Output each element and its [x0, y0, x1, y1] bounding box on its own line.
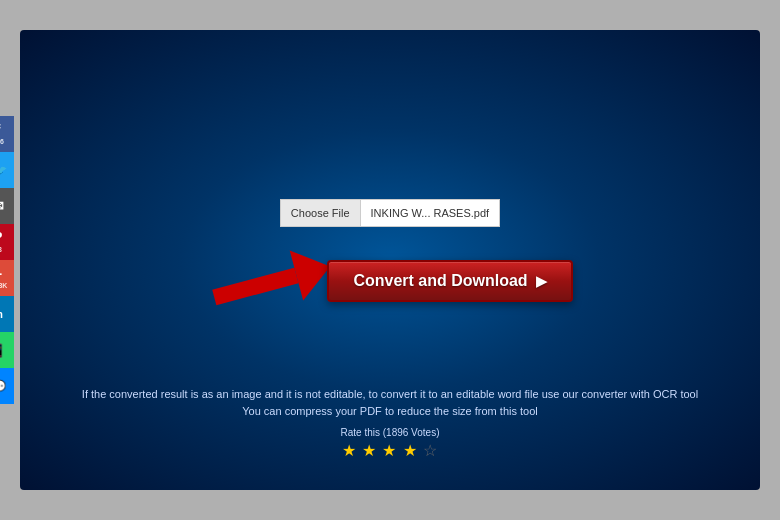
twitter-icon: 🐦 — [0, 163, 7, 177]
star-5[interactable]: ☆ — [423, 442, 438, 459]
social-email[interactable]: ✉ — [0, 188, 14, 224]
file-name-display: INKING W... RASES.pdf — [360, 199, 501, 227]
social-messenger[interactable]: 💬 — [0, 368, 14, 404]
info-line1: If the converted result is as an image a… — [82, 386, 698, 404]
star-4[interactable]: ★ — [403, 442, 418, 459]
center-content: Choose File INKING W... RASES.pdf Conver… — [207, 199, 572, 321]
file-input-row: Choose File INKING W... RASES.pdf — [280, 199, 500, 227]
social-googleplus[interactable]: + 11.3K — [0, 260, 14, 296]
whatsapp-icon: 📱 — [0, 344, 6, 357]
facebook-count: 326 — [0, 138, 4, 145]
star-2[interactable]: ★ — [362, 442, 377, 459]
rate-section: Rate this (1896 Votes) ★ ★ ★ ★ ☆ — [82, 427, 698, 460]
info-section: If the converted result is as an image a… — [82, 386, 698, 460]
choose-file-button[interactable]: Choose File — [280, 199, 360, 227]
email-icon: ✉ — [0, 199, 4, 213]
star-1[interactable]: ★ — [342, 442, 357, 459]
social-linkedin[interactable]: in — [0, 296, 14, 332]
plus-count: 11.3K — [0, 282, 7, 289]
social-pinterest[interactable]: P 13 — [0, 224, 14, 260]
social-twitter[interactable]: 🐦 — [0, 152, 14, 188]
pinterest-count: 13 — [0, 246, 2, 253]
info-line2: You can compress your PDF to reduce the … — [82, 403, 698, 421]
messenger-icon: 💬 — [0, 380, 6, 393]
main-container: f 326 🐦 ✉ P 13 + 11.3K in 📱 💬 — [20, 30, 760, 490]
linkedin-icon: in — [0, 309, 3, 320]
star-rating[interactable]: ★ ★ ★ ★ ☆ — [342, 441, 439, 460]
social-facebook[interactable]: f 326 — [0, 116, 14, 152]
pinterest-icon: P — [0, 231, 2, 245]
social-sidebar: f 326 🐦 ✉ P 13 + 11.3K in 📱 💬 — [0, 116, 14, 404]
social-whatsapp[interactable]: 📱 — [0, 332, 14, 368]
star-3[interactable]: ★ — [382, 442, 397, 459]
convert-download-button[interactable]: Convert and Download ▶ — [327, 260, 572, 302]
red-arrow — [207, 241, 337, 321]
convert-arrow-icon: ▶ — [536, 273, 547, 289]
svg-rect-0 — [213, 268, 299, 305]
plus-icon: + — [0, 267, 2, 281]
convert-button-label: Convert and Download — [353, 272, 527, 290]
rate-label: Rate this (1896 Votes) — [341, 427, 440, 438]
convert-section: Convert and Download ▶ — [207, 241, 572, 321]
